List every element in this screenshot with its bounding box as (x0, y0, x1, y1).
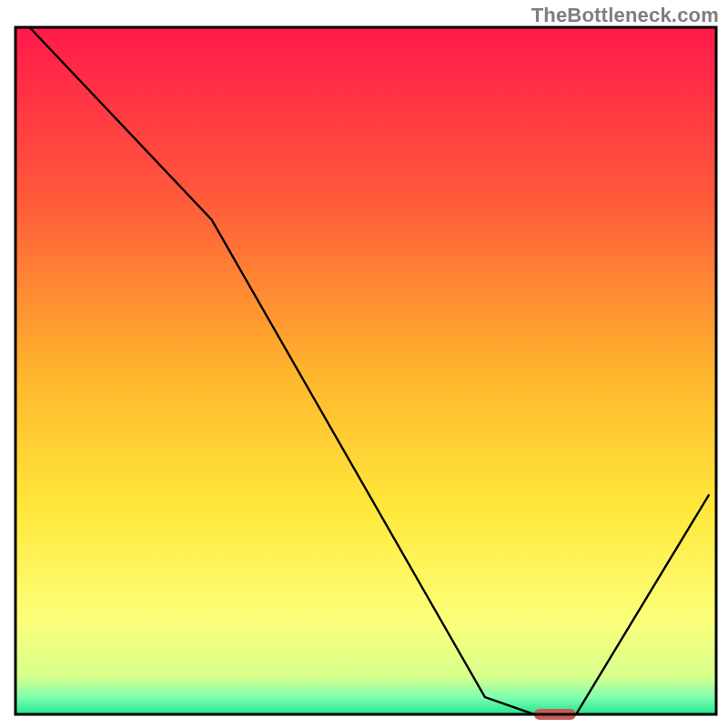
chart-stage: TheBottleneck.com (0, 0, 728, 728)
chart-background-gradient (15, 27, 716, 714)
bottleneck-chart (0, 0, 728, 728)
watermark-text: TheBottleneck.com (531, 4, 719, 27)
